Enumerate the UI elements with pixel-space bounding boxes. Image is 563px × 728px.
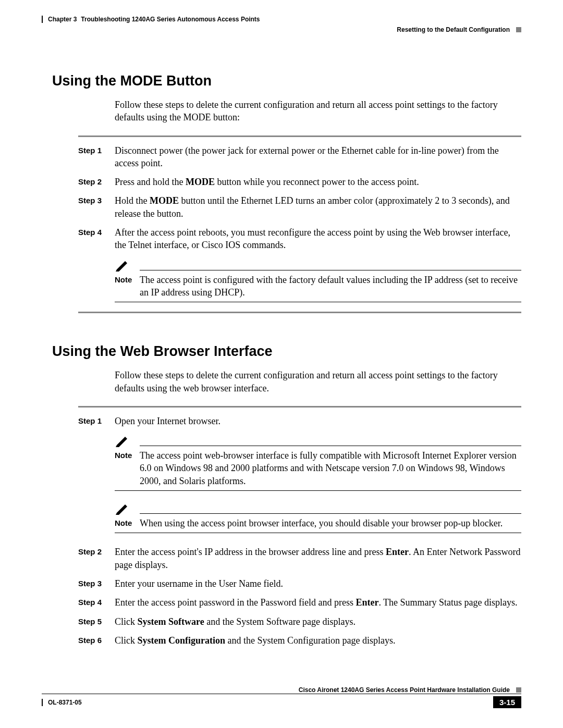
footer-rule xyxy=(42,694,521,694)
footer-doc-id-wrap: OL-8371-05 xyxy=(42,699,82,706)
section2-step3: Step 3 Enter your username in the User N… xyxy=(78,577,521,590)
footer-doc-id: OL-8371-05 xyxy=(48,699,82,706)
step-label: Step 3 xyxy=(78,194,115,220)
note-label: Note xyxy=(115,517,140,529)
header-section-title: Resetting to the Default Configuration xyxy=(397,26,510,33)
step-label: Step 2 xyxy=(78,546,115,571)
step-text: Hold the MODE button until the Ethernet … xyxy=(115,194,521,220)
page: Chapter 3 Troubleshooting 1240AG Series … xyxy=(0,0,563,728)
step-text: Click System Software and the System Sof… xyxy=(115,615,521,628)
note-text: When using the access point browser inte… xyxy=(140,517,521,529)
section2-step6: Step 6 Click System Configuration and th… xyxy=(78,634,521,647)
footer-title-row: Cisco Aironet 1240AG Series Access Point… xyxy=(42,686,521,694)
step-text: Click System Configuration and the Syste… xyxy=(115,634,521,647)
note-rule xyxy=(140,270,521,270)
step-text: Enter your username in the User Name fie… xyxy=(115,577,521,590)
step-label: Step 4 xyxy=(78,226,115,252)
section1-step2: Step 2 Press and hold the MODE button wh… xyxy=(78,176,521,188)
note-rule xyxy=(140,513,521,514)
page-header: Chapter 3 Troubleshooting 1240AG Series … xyxy=(42,16,521,47)
page-number: 3-15 xyxy=(493,696,521,708)
section2-intro: Follow these steps to delete the current… xyxy=(115,369,521,394)
divider xyxy=(78,135,521,137)
pencil-icon xyxy=(115,502,129,515)
pencil-icon xyxy=(115,435,129,447)
header-section-row: Resetting to the Default Configuration xyxy=(42,26,521,33)
step-label: Step 1 xyxy=(78,144,115,170)
section1-step4: Step 4 After the access point reboots, y… xyxy=(78,226,521,252)
section2-note1: Note The access point web-browser interf… xyxy=(115,435,521,491)
note-text: The access point is configured with the … xyxy=(140,274,521,299)
note-body: Note The access point is configured with… xyxy=(115,274,521,303)
pencil-icon xyxy=(115,259,129,272)
note-header xyxy=(115,435,521,447)
step-text: Enter the access point password in the P… xyxy=(115,596,521,609)
section2-step1: Step 1 Open your Internet browser. xyxy=(78,415,521,427)
step-label: Step 6 xyxy=(78,634,115,647)
footer-guide-title: Cisco Aironet 1240AG Series Access Point… xyxy=(299,686,510,694)
section1-intro: Follow these steps to delete the current… xyxy=(115,98,521,124)
section2-note2: Note When using the access point browser… xyxy=(115,502,521,533)
note-rule xyxy=(140,446,521,446)
footer-bottom-row: OL-8371-05 3-15 xyxy=(42,696,521,708)
step-label: Step 1 xyxy=(78,415,115,427)
step-label: Step 5 xyxy=(78,615,115,628)
step-label: Step 3 xyxy=(78,577,115,590)
header-top-line: Chapter 3 Troubleshooting 1240AG Series … xyxy=(42,16,521,23)
footer-marker-icon xyxy=(516,687,521,693)
divider xyxy=(78,406,521,408)
note-text: The access point web-browser interface i… xyxy=(140,449,521,487)
step-text: Press and hold the MODE button while you… xyxy=(115,176,521,188)
footer-bar-icon xyxy=(42,699,43,706)
section2-step5: Step 5 Click System Software and the Sys… xyxy=(78,615,521,628)
section2-title: Using the Web Browser Interface xyxy=(52,343,521,360)
step-text: Disconnect power (the power jack for ext… xyxy=(115,144,521,170)
chapter-label: Chapter 3 xyxy=(48,16,77,23)
page-content: Using the MODE Button Follow these steps… xyxy=(42,47,521,647)
step-text: After the access point reboots, you must… xyxy=(115,226,521,252)
section1-step1: Step 1 Disconnect power (the power jack … xyxy=(78,144,521,170)
note-label: Note xyxy=(115,449,140,487)
note-body: Note When using the access point browser… xyxy=(115,517,521,533)
step-text: Enter the access point's IP address in t… xyxy=(115,546,521,571)
page-footer: Cisco Aironet 1240AG Series Access Point… xyxy=(42,686,521,708)
step-text: Open your Internet browser. xyxy=(115,415,521,427)
section1-step3: Step 3 Hold the MODE button until the Et… xyxy=(78,194,521,220)
note-header xyxy=(115,259,521,272)
note-header xyxy=(115,502,521,515)
note-body: Note The access point web-browser interf… xyxy=(115,449,521,491)
note-label: Note xyxy=(115,274,140,299)
section1-note: Note The access point is configured with… xyxy=(115,259,521,303)
section2-step4: Step 4 Enter the access point password i… xyxy=(78,596,521,609)
section1-title: Using the MODE Button xyxy=(52,73,521,89)
chapter-title: Troubleshooting 1240AG Series Autonomous… xyxy=(81,16,260,23)
header-marker-icon xyxy=(516,27,521,32)
step-label: Step 2 xyxy=(78,176,115,188)
step-label: Step 4 xyxy=(78,596,115,609)
section2-step2: Step 2 Enter the access point's IP addre… xyxy=(78,546,521,571)
